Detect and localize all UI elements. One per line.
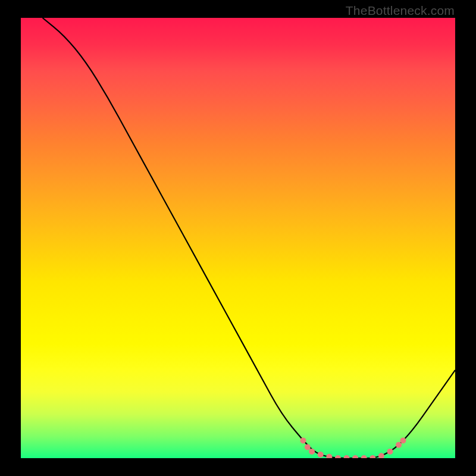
highlight-dot [344, 455, 350, 458]
main-curve [43, 18, 456, 458]
highlight-dot [318, 452, 324, 458]
highlight-dot [369, 455, 375, 458]
highlight-dot [396, 442, 402, 448]
highlight-dot [335, 455, 341, 458]
highlight-dot [300, 437, 306, 443]
highlight-dot [361, 455, 367, 458]
highlight-dot [352, 455, 358, 458]
watermark-text: TheBottleneck.com [346, 4, 455, 18]
plot-area [21, 18, 455, 458]
highlight-dot [305, 444, 311, 450]
highlight-dot [309, 449, 315, 455]
highlight-dot [378, 453, 384, 458]
highlight-dot [387, 449, 393, 455]
highlight-dots-group [300, 437, 406, 458]
highlight-dot [326, 454, 332, 458]
chart-svg [21, 18, 455, 458]
highlight-dot [400, 437, 406, 443]
chart-container: TheBottleneck.com [0, 0, 476, 476]
